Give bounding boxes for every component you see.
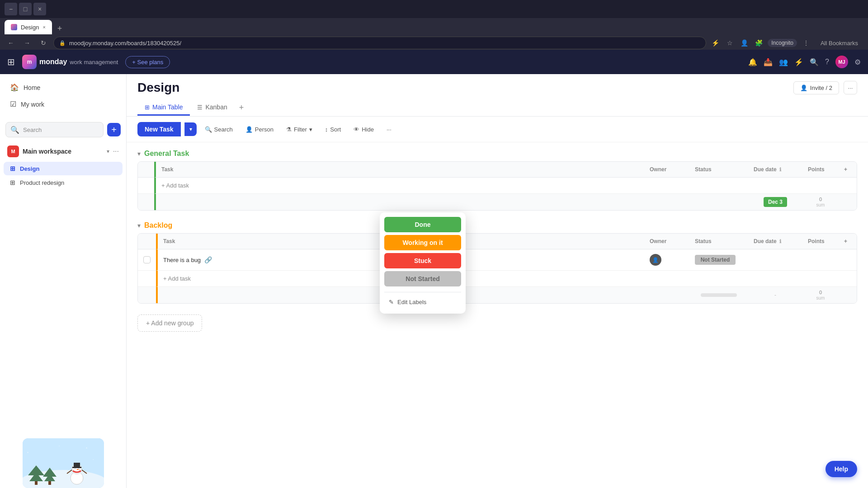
see-plans-button[interactable]: + See plans [125,56,170,68]
add-group-button[interactable]: + Add new group [137,314,202,332]
board-icon-2: ⊞ [10,179,15,186]
sidebar-mywork-label: My work [21,101,44,108]
backlog-col-checkbox [138,234,156,249]
tab-close-button[interactable]: × [42,24,45,30]
status-done-option[interactable]: Done [384,217,461,232]
backlog-col-add[interactable]: + [839,234,857,249]
sidebar-item-product-redesign[interactable]: ⊞ Product redesign [4,176,123,189]
integrations-icon[interactable]: ⚡ [794,58,803,66]
status-badge[interactable]: Not Started [695,255,736,265]
browser-chrome: − □ × Design × + ← → ↻ 🔒 moodjoy.monday.… [0,0,868,50]
add-view-button[interactable]: + [235,99,249,116]
notifications-icon[interactable]: 🔔 [748,58,757,66]
sidebar-home-label: Home [24,84,40,91]
lock-icon: 🔒 [59,40,66,46]
person-filter-label: Person [255,126,274,133]
sidebar-item-home[interactable]: 🏠 Home [4,80,123,95]
more-toolbar-button[interactable]: ··· [382,123,396,136]
tab-main-table-label: Main Table [152,103,183,111]
inbox-icon[interactable]: 📥 [764,58,773,66]
table-row-add-backlog[interactable]: + Add task [138,271,857,287]
extensions-puzzle-icon[interactable]: 🧩 [753,38,764,48]
status-working-option[interactable]: Working on it [384,235,461,250]
tab-kanban[interactable]: ☰ Kanban [190,100,234,116]
logo-subtext: work management [70,59,118,66]
table-icon: ⊞ [145,104,150,111]
active-tab[interactable]: Design × [5,20,52,34]
backlog-col-owner: Owner [644,234,689,249]
refresh-button[interactable]: ↻ [37,37,50,49]
board-toolbar: New Task ▾ 🔍 Search 👤 Person ⚗ Filter ▾ … [127,117,868,142]
person-filter-button[interactable]: 👤 Person [241,123,278,136]
board-tabs: ⊞ Main Table ☰ Kanban + [137,99,857,116]
filter-icon: ⚗ [286,126,292,133]
status-cell[interactable]: Not Started [689,249,748,271]
team-icon[interactable]: 👥 [779,58,788,66]
apps-grid-icon[interactable]: ⊞ [7,56,15,67]
board-more-button[interactable]: ··· [844,81,857,94]
person-icon: 👤 [800,84,807,91]
add-task-label-general[interactable]: + Add task [154,178,644,194]
hide-icon: 👁 [354,126,359,133]
snowman-scene: * * * * [23,438,104,488]
sidebar-search-box[interactable]: 🔍 Search [5,122,104,137]
settings-icon[interactable]: ⚙ [854,58,861,66]
minimize-button[interactable]: − [5,3,17,15]
bookmarks-label: All Bookmarks [821,40,858,47]
sidebar-search-area: 🔍 Search + [0,118,126,141]
board-content: ▾ General Task Task Owner [127,142,868,488]
group-backlog-collapse[interactable]: ▾ [137,222,141,229]
table-row-bug: There is a bug 🔗 👤 [138,249,857,271]
backlog-status-sum [701,293,737,297]
status-not-started-option[interactable]: Not Started [384,271,461,286]
filter-button[interactable]: ⚗ Filter ▾ [282,123,317,136]
app-top-right: 🔔 📥 👥 ⚡ 🔍 ? MJ ⚙ [748,56,861,68]
date-cell[interactable] [748,249,802,271]
edit-labels-button[interactable]: ✎ Edit Labels [384,295,461,309]
status-stuck-option[interactable]: Stuck [384,253,461,268]
board-title: Design [137,80,179,95]
sidebar-decoration: * * * * [0,434,126,488]
close-window-button[interactable]: × [33,3,46,15]
profile-icon[interactable]: 👤 [739,38,750,48]
group-general-header: ▾ General Task [137,150,857,158]
backlog-col-status: Status [689,234,748,249]
row-checkbox[interactable] [143,256,151,263]
extensions-icon[interactable]: ⚡ [710,38,721,48]
board-icon: ⊞ [10,165,15,172]
date-info-icon[interactable]: ℹ [779,167,781,172]
address-bar[interactable]: 🔒 moodjoy.monday.com/boards/1830420525/ [53,37,706,49]
hide-button[interactable]: 👁 Hide [349,123,378,136]
backlog-col-points: Points [802,234,839,249]
new-task-button[interactable]: New Task [137,122,181,136]
backlog-date-info-icon[interactable]: ℹ [779,239,781,244]
browser-controls: − □ × [5,3,46,15]
forward-button[interactable]: → [21,37,33,49]
back-button[interactable]: ← [5,37,17,49]
sidebar-boards: ⊞ Design ⊞ Product redesign [0,162,126,190]
col-add[interactable]: + [839,162,857,178]
search-top-icon[interactable]: 🔍 [810,58,819,66]
sidebar-item-design[interactable]: ⊞ Design [4,162,123,175]
task-owner-avatar[interactable]: 👤 [650,254,661,266]
sort-button[interactable]: ↕ Sort [321,123,345,136]
tab-main-table[interactable]: ⊞ Main Table [137,100,190,116]
sidebar-item-mywork[interactable]: ☑ My work [4,96,123,112]
task-link-icon[interactable]: 🔗 [204,256,212,263]
table-row-add-general[interactable]: + Add task [138,178,857,194]
workspace-chevron-icon[interactable]: ▾ [107,148,109,155]
help-top-icon[interactable]: ? [825,58,829,66]
invite-button[interactable]: 👤 Invite / 2 [793,81,839,94]
group-general-collapse[interactable]: ▾ [137,150,141,157]
help-button[interactable]: Help [826,461,857,477]
search-toolbar-button[interactable]: 🔍 Search [200,123,237,136]
new-tab-button[interactable]: + [54,23,66,34]
user-avatar[interactable]: MJ [835,56,848,68]
browser-menu-icon[interactable]: ⋮ [801,38,811,48]
add-item-button[interactable]: + [107,123,121,136]
new-task-dropdown-button[interactable]: ▾ [184,122,197,136]
maximize-button[interactable]: □ [19,3,32,15]
tab-title: Design [21,24,39,31]
star-icon[interactable]: ☆ [724,38,735,48]
workspace-more-icon[interactable]: ··· [113,147,119,155]
